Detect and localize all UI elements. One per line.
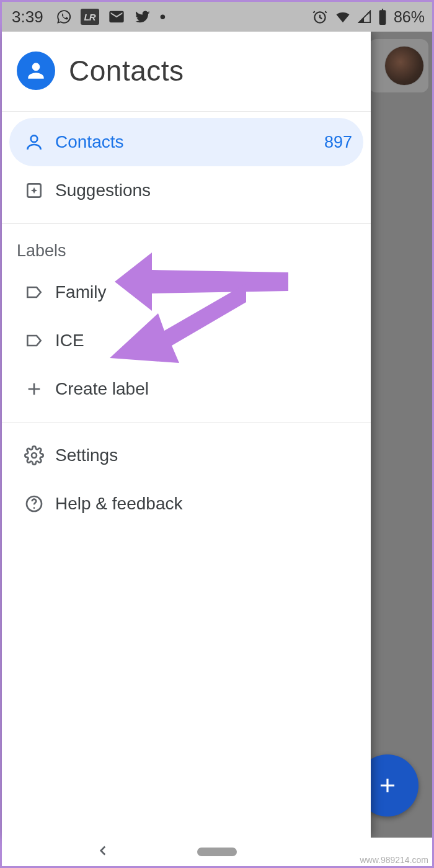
- gear-icon: [18, 445, 50, 465]
- drawer-header: Contacts: [2, 32, 371, 112]
- settings-label: Settings: [50, 445, 352, 465]
- wifi-icon: [334, 8, 352, 25]
- back-button[interactable]: [95, 843, 111, 861]
- label-icon: [18, 331, 50, 351]
- divider: [2, 422, 371, 423]
- svg-point-6: [33, 507, 35, 509]
- account-avatar-behind: [385, 47, 423, 85]
- nav-item-settings[interactable]: Settings: [9, 431, 363, 480]
- svg-point-4: [32, 453, 37, 458]
- status-bar: 3:39 LR • R: [2, 2, 432, 32]
- nav-item-label: Contacts: [50, 132, 324, 152]
- status-time: 3:39: [12, 7, 43, 27]
- more-notifications-dot: •: [160, 8, 166, 25]
- label-name: Family: [50, 282, 352, 302]
- home-gesture-pill[interactable]: [197, 848, 237, 856]
- battery-text: 86%: [394, 8, 425, 26]
- labels-section-header: Labels: [2, 226, 371, 266]
- create-label-button[interactable]: Create label: [9, 365, 363, 413]
- svg-point-2: [31, 135, 38, 142]
- label-item-ice[interactable]: ICE: [9, 316, 363, 365]
- create-label-text: Create label: [50, 379, 352, 399]
- label-name: ICE: [50, 331, 352, 351]
- contacts-count: 897: [324, 133, 352, 152]
- contacts-app-icon: [17, 51, 55, 90]
- nav-item-label: Suggestions: [50, 181, 352, 200]
- label-item-family[interactable]: Family: [9, 268, 363, 316]
- plus-icon: [18, 379, 50, 399]
- nav-item-help[interactable]: Help & feedback: [9, 480, 363, 528]
- label-icon: [18, 282, 50, 302]
- plus-icon: [376, 774, 399, 797]
- drawer-app-title: Contacts: [69, 54, 184, 87]
- navigation-drawer: Contacts Contacts 897 Suggestions Labels: [2, 32, 371, 838]
- svg-text:R: R: [368, 11, 371, 16]
- person-icon: [18, 132, 50, 152]
- sparkle-icon: [18, 181, 50, 200]
- battery-icon: [378, 9, 388, 25]
- alarm-icon: [312, 9, 328, 25]
- help-label: Help & feedback: [50, 494, 352, 514]
- drawer-scrim[interactable]: [367, 2, 432, 866]
- mail-icon: [108, 8, 125, 25]
- lr-app-icon: LR: [81, 9, 99, 25]
- signal-icon: R: [358, 10, 371, 24]
- nav-item-contacts[interactable]: Contacts 897: [9, 118, 363, 166]
- screen-frame: 3:39 LR • R: [0, 0, 434, 868]
- whatsapp-icon: [56, 9, 72, 25]
- divider: [2, 223, 371, 224]
- nav-item-suggestions[interactable]: Suggestions: [9, 166, 363, 215]
- twitter-icon: [134, 8, 151, 25]
- help-icon: [18, 494, 50, 514]
- watermark: www.989214.com: [360, 855, 428, 865]
